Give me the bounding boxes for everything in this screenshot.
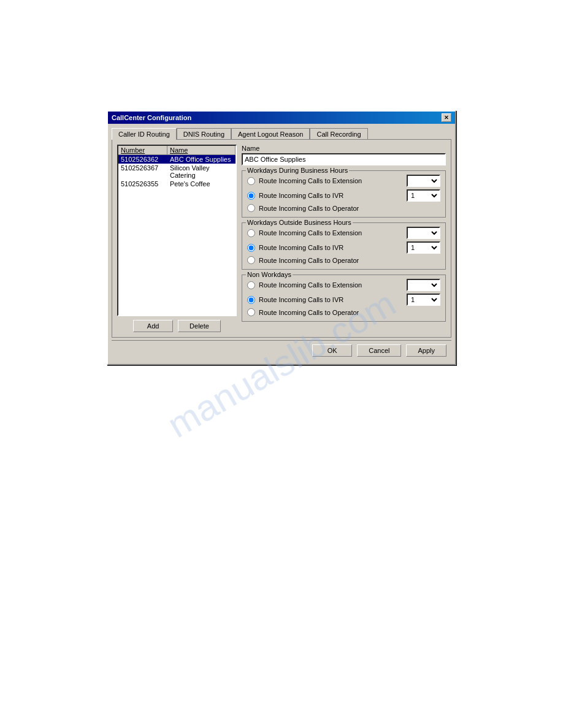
radio-operator-business[interactable] xyxy=(247,204,255,212)
radio-operator-outside[interactable] xyxy=(247,256,255,264)
radio-row-ext-outside: Route Incoming Calls to Extension xyxy=(247,227,440,239)
radio-row-ivr-nonwork: Route Incoming Calls to IVR 1 xyxy=(247,294,440,306)
dropdown-ivr-business[interactable]: 1 xyxy=(407,189,440,202)
radio-label-ivr-outside: Route Incoming Calls to IVR xyxy=(259,244,403,251)
bottom-buttons: OK Cancel Apply xyxy=(112,340,451,360)
radio-label-operator-nonwork: Route Incoming Calls to Operator xyxy=(259,309,440,316)
tabs-row: Caller ID Routing DNIS Routing Agent Log… xyxy=(112,127,451,139)
close-button[interactable]: ✕ xyxy=(442,113,451,122)
list-item[interactable]: 5102526355 Pete's Coffee xyxy=(118,180,236,188)
radio-row-ivr-outside: Route Incoming Calls to IVR 1 xyxy=(247,241,440,254)
list-item[interactable]: 5102526367 Silicon Valley Catering xyxy=(118,164,236,180)
radio-extension-outside[interactable] xyxy=(247,229,255,237)
name-input[interactable] xyxy=(242,153,446,165)
list-header: Number Name xyxy=(118,146,236,155)
radio-label-operator-outside: Route Incoming Calls to Operator xyxy=(259,257,440,264)
dropdown-ivr-nonwork[interactable]: 1 xyxy=(407,294,440,306)
tab-caller-id-routing[interactable]: Caller ID Routing xyxy=(112,128,177,140)
radio-row-operator-nonwork: Route Incoming Calls to Operator xyxy=(247,308,440,316)
tab-agent-logout-reason[interactable]: Agent Logout Reason xyxy=(231,128,310,140)
workdays-outside-group: Workdays Outside Business Hours Route In… xyxy=(242,222,446,270)
radio-row-ivr-business: Route Incoming Calls to IVR 1 xyxy=(247,189,440,202)
list-item[interactable]: 5102526362 ABC Office Supplies xyxy=(118,155,236,164)
dialog-body: Caller ID Routing DNIS Routing Agent Log… xyxy=(108,124,455,364)
dialog-title: CallCenter Configuration xyxy=(112,114,191,121)
main-content: Number Name 5102526362 ABC Office Suppli… xyxy=(117,145,446,332)
radio-label-extension-nonwork: Route Incoming Calls to Extension xyxy=(259,281,403,289)
list-buttons: Add Delete xyxy=(117,320,237,332)
cancel-button[interactable]: Cancel xyxy=(357,344,401,357)
radio-label-ivr-business: Route Incoming Calls to IVR xyxy=(259,192,403,199)
tab-dnis-routing[interactable]: DNIS Routing xyxy=(177,128,231,140)
radio-operator-nonwork[interactable] xyxy=(247,308,255,316)
dropdown-extension-nonwork[interactable] xyxy=(407,279,440,291)
radio-row-operator-outside: Route Incoming Calls to Operator xyxy=(247,256,440,264)
radio-label-extension-business: Route Incoming Calls to Extension xyxy=(259,177,403,184)
apply-button[interactable]: Apply xyxy=(406,344,446,357)
caller-id-list[interactable]: Number Name 5102526362 ABC Office Suppli… xyxy=(117,145,237,316)
tab-content: Number Name 5102526362 ABC Office Suppli… xyxy=(112,139,451,338)
radio-label-extension-outside: Route Incoming Calls to Extension xyxy=(259,229,403,237)
radio-ivr-nonwork[interactable] xyxy=(247,296,255,304)
radio-label-operator-business: Route Incoming Calls to Operator xyxy=(259,205,440,212)
radio-row-operator-business: Route Incoming Calls to Operator xyxy=(247,204,440,212)
radio-extension-nonwork[interactable] xyxy=(247,281,255,289)
delete-button[interactable]: Delete xyxy=(178,320,221,332)
add-button[interactable]: Add xyxy=(133,320,173,332)
name-label: Name xyxy=(242,145,446,152)
radio-ivr-outside[interactable] xyxy=(247,244,255,252)
dropdown-extension-outside[interactable] xyxy=(407,227,440,239)
dropdown-extension-business[interactable] xyxy=(407,175,440,187)
radio-ivr-business[interactable] xyxy=(247,192,255,200)
name-field-group: Name xyxy=(242,145,446,165)
non-workdays-group: Non Workdays Route Incoming Calls to Ext… xyxy=(242,275,446,322)
radio-row-ext-nonwork: Route Incoming Calls to Extension xyxy=(247,279,440,291)
radio-label-ivr-nonwork: Route Incoming Calls to IVR xyxy=(259,296,403,303)
left-panel: Number Name 5102526362 ABC Office Suppli… xyxy=(117,145,237,332)
tab-call-recording[interactable]: Call Recording xyxy=(310,128,367,140)
col-header-name: Name xyxy=(167,146,236,154)
workdays-business-title: Workdays During Business Hours xyxy=(246,167,349,174)
title-bar: CallCenter Configuration ✕ xyxy=(108,112,455,124)
col-header-number: Number xyxy=(118,146,167,154)
radio-extension-business[interactable] xyxy=(247,177,255,185)
dialog-window: CallCenter Configuration ✕ Caller ID Rou… xyxy=(107,110,456,365)
dropdown-ivr-outside[interactable]: 1 xyxy=(407,241,440,254)
radio-row-ext-business: Route Incoming Calls to Extension xyxy=(247,175,440,187)
workdays-business-group: Workdays During Business Hours Route Inc… xyxy=(242,170,446,218)
ok-button[interactable]: OK xyxy=(312,344,352,357)
right-panel: Name Workdays During Business Hours Rout… xyxy=(242,145,446,332)
title-bar-buttons: ✕ xyxy=(442,113,451,122)
non-workdays-title: Non Workdays xyxy=(246,271,293,278)
workdays-outside-title: Workdays Outside Business Hours xyxy=(246,219,353,226)
